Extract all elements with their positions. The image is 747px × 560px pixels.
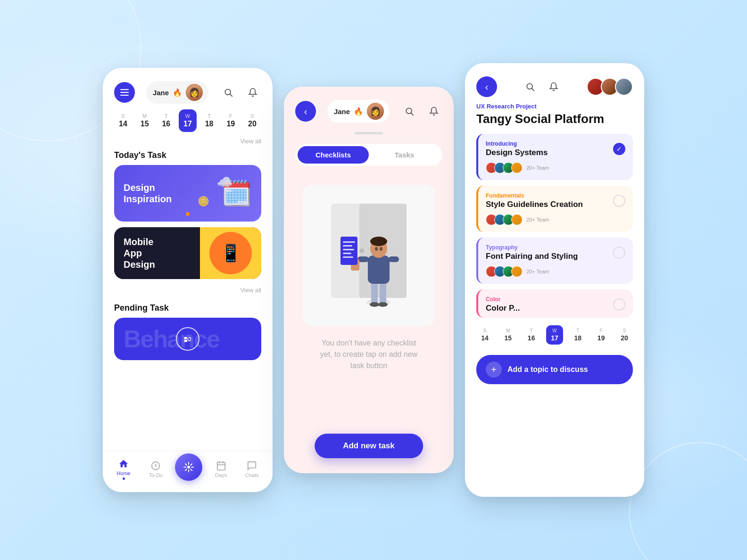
svg-rect-23 bbox=[343, 253, 351, 254]
add-task-button[interactable]: Add new task bbox=[315, 434, 423, 458]
task-1-check[interactable]: ✓ bbox=[613, 143, 625, 155]
task-1-content: Introducing Design Systems bbox=[486, 140, 548, 157]
right-search-icon[interactable] bbox=[522, 78, 539, 95]
nav-center-button[interactable] bbox=[175, 453, 202, 481]
right-phone: ‹ UX bbox=[465, 63, 644, 497]
task-3-check[interactable] bbox=[613, 247, 625, 259]
pending-card[interactable]: Behance bbox=[114, 318, 261, 360]
svg-rect-4 bbox=[217, 462, 225, 470]
behance-bg-text: Behance bbox=[124, 325, 219, 353]
right-header: ‹ bbox=[465, 63, 644, 103]
mid-notification-icon[interactable] bbox=[425, 103, 442, 120]
notification-icon[interactable] bbox=[244, 84, 261, 101]
right-back-button[interactable]: ‹ bbox=[476, 76, 497, 97]
svg-line-1 bbox=[230, 94, 232, 97]
svg-rect-21 bbox=[343, 245, 352, 247]
small-av-3-4 bbox=[511, 266, 523, 277]
svg-rect-20 bbox=[343, 241, 355, 243]
search-icon[interactable] bbox=[220, 84, 237, 101]
calendar: S 14 M 15 T 16 W 17 T 18 bbox=[103, 109, 273, 136]
task-2-team-count: 20+ Team bbox=[526, 217, 549, 222]
small-av-2-4 bbox=[511, 214, 523, 225]
task-card-yellow-section: 📱 bbox=[200, 227, 261, 279]
tasks-view-all[interactable]: View all bbox=[103, 285, 273, 294]
svg-rect-12 bbox=[380, 281, 386, 305]
cal-day-20[interactable]: S 20 bbox=[243, 109, 261, 132]
task-2-check[interactable] bbox=[613, 195, 625, 207]
nav-todo[interactable]: To-Do bbox=[143, 457, 168, 482]
task-card-design[interactable]: DesignInspiration 🗓️ ☁️ 🪙 bbox=[114, 165, 261, 222]
mid-user-name: Jane bbox=[334, 107, 350, 115]
calendar-view-all[interactable]: View all bbox=[103, 136, 273, 145]
avatar: 👩 bbox=[186, 84, 203, 101]
mid-avatar: 👩 bbox=[367, 103, 384, 120]
svg-point-13 bbox=[370, 302, 379, 307]
task-item-color[interactable]: Color Color P... bbox=[476, 289, 633, 318]
task-3-content: Typography Font Pairing and Styling bbox=[486, 244, 578, 261]
task-3-team-count: 20+ Team bbox=[526, 269, 549, 274]
task-4-header: Color Color P... bbox=[486, 296, 625, 313]
svg-rect-19 bbox=[340, 237, 357, 265]
right-cal-20[interactable]: S 20 bbox=[616, 325, 633, 345]
right-cal-15[interactable]: M 15 bbox=[499, 325, 516, 345]
svg-point-14 bbox=[378, 302, 388, 307]
task-item-design-systems[interactable]: Introducing Design Systems ✓ 20+ Team bbox=[476, 134, 633, 180]
task-3-header: Typography Font Pairing and Styling bbox=[486, 244, 625, 261]
cal-day-18[interactable]: T 18 bbox=[200, 109, 218, 132]
svg-rect-17 bbox=[389, 256, 399, 262]
task-title-mobile: MobileAppDesign bbox=[124, 236, 155, 270]
cal-day-17-active[interactable]: W 17 bbox=[179, 109, 197, 132]
bottom-nav: Home To-Do Da bbox=[103, 451, 273, 492]
right-cal-17-active[interactable]: W 17 bbox=[546, 325, 563, 345]
svg-rect-24 bbox=[343, 256, 353, 258]
right-cal-14[interactable]: S 14 bbox=[476, 325, 493, 345]
svg-point-27 bbox=[375, 247, 378, 251]
svg-point-9 bbox=[359, 248, 364, 253]
task-1-team-count: 20+ Team bbox=[526, 165, 549, 171]
user-chip: Jane 🔥 👩 bbox=[146, 81, 208, 104]
back-button[interactable]: ‹ bbox=[295, 101, 316, 122]
cal-day-16[interactable]: T 16 bbox=[157, 109, 175, 132]
task-4-check[interactable] bbox=[613, 298, 625, 311]
phones-container: Jane 🔥 👩 bbox=[103, 63, 644, 497]
mid-header-icons bbox=[401, 103, 442, 120]
svg-point-3 bbox=[187, 466, 190, 469]
add-topic-button[interactable]: + Add a topic to discuss bbox=[476, 355, 633, 384]
task-item-typography[interactable]: Typography Font Pairing and Styling 20+ … bbox=[476, 238, 633, 284]
mid-divider bbox=[355, 132, 383, 134]
task-3-subtitle: Typography bbox=[486, 244, 578, 251]
svg-rect-15 bbox=[368, 255, 390, 284]
header-icons bbox=[220, 84, 261, 101]
task-1-subtitle: Introducing bbox=[486, 140, 548, 147]
task-card-purple-bg: DesignInspiration 🗓️ ☁️ 🪙 bbox=[114, 165, 261, 222]
project-category: UX Research Project bbox=[476, 103, 633, 110]
right-cal-16[interactable]: T 16 bbox=[523, 325, 540, 345]
mid-search-icon[interactable] bbox=[401, 103, 418, 120]
calendar-row: S 14 M 15 T 16 W 17 T 18 bbox=[114, 109, 261, 132]
cal-day-19[interactable]: F 19 bbox=[222, 109, 240, 132]
cal-day-15[interactable]: M 15 bbox=[136, 109, 154, 132]
right-notification-icon[interactable] bbox=[545, 78, 562, 95]
task-3-name: Font Pairing and Styling bbox=[486, 252, 578, 261]
right-cal-19[interactable]: F 19 bbox=[593, 325, 610, 345]
small-av-4 bbox=[511, 162, 523, 173]
project-meta: UX Research Project Tangy Social Platfor… bbox=[465, 103, 644, 134]
svg-line-6 bbox=[411, 113, 414, 115]
tab-tasks[interactable]: Tasks bbox=[369, 146, 440, 164]
nav-home[interactable]: Home bbox=[111, 455, 136, 484]
middle-phone: ‹ Jane 🔥 👩 bbox=[284, 87, 454, 473]
nav-chats[interactable]: Chats bbox=[240, 457, 265, 482]
cal-day-14[interactable]: S 14 bbox=[114, 109, 132, 132]
task-card-mobile[interactable]: MobileAppDesign 📱 bbox=[114, 227, 261, 279]
right-cal-18[interactable]: T 18 bbox=[569, 325, 586, 345]
avatar-3 bbox=[615, 78, 633, 96]
task-item-style-guidelines[interactable]: Fundamentals Style Guidelines Creation 2… bbox=[476, 186, 633, 232]
left-phone: Jane 🔥 👩 bbox=[103, 68, 273, 492]
tab-checklists[interactable]: Checklists bbox=[298, 146, 369, 164]
right-cal-row: S 14 M 15 T 16 W 17 T 18 bbox=[476, 325, 633, 345]
project-title: Tangy Social Platform bbox=[476, 112, 633, 126]
menu-button[interactable] bbox=[114, 82, 135, 103]
nav-days[interactable]: Days bbox=[209, 457, 232, 482]
task-3-team: 20+ Team bbox=[486, 266, 625, 277]
task-1-header: Introducing Design Systems ✓ bbox=[486, 140, 625, 157]
